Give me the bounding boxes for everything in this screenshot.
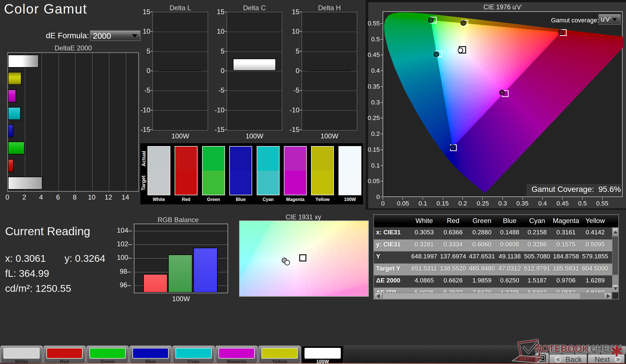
svg-text:NOTEBOOK: NOTEBOOK xyxy=(535,343,589,354)
